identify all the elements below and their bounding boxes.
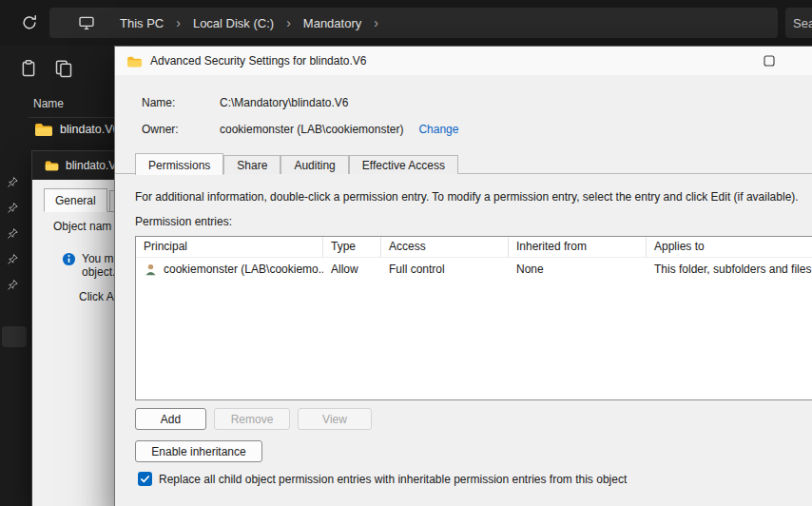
sidebar-selected-item[interactable] bbox=[2, 326, 27, 347]
chevron-right-icon[interactable]: › bbox=[286, 15, 291, 30]
breadcrumb-item-mandatory[interactable]: Mandatory bbox=[303, 16, 361, 30]
copy-icon[interactable] bbox=[54, 59, 73, 78]
permission-entries-label: Permission entries: bbox=[135, 215, 232, 228]
column-header-principal[interactable]: Principal bbox=[136, 237, 323, 257]
dialog-tabs: Permissions Share Auditing Effective Acc… bbox=[135, 153, 458, 174]
chevron-right-icon[interactable]: › bbox=[374, 15, 378, 30]
refresh-icon[interactable] bbox=[21, 14, 38, 31]
pin-icon bbox=[7, 278, 19, 290]
tab-effective-access[interactable]: Effective Access bbox=[349, 155, 458, 174]
owner-label: Owner: bbox=[142, 123, 179, 136]
dialog-titlebar[interactable]: Advanced Security Settings for blindato.… bbox=[115, 47, 812, 75]
folder-icon bbox=[34, 122, 53, 137]
search-text: Sea bbox=[793, 16, 812, 30]
search-box[interactable]: Sea bbox=[785, 8, 812, 38]
replace-permissions-checkbox[interactable] bbox=[138, 472, 152, 486]
properties-dialog-title: blindato.V bbox=[66, 159, 116, 172]
tab-general[interactable]: General bbox=[44, 188, 107, 212]
file-item-label: blindato.V6 bbox=[60, 123, 120, 136]
tab-permissions[interactable]: Permissions bbox=[135, 153, 223, 175]
table-header-row: Principal Type Access Inherited from App… bbox=[136, 237, 812, 258]
folder-icon bbox=[45, 160, 59, 171]
chevron-right-icon[interactable]: › bbox=[176, 15, 181, 30]
file-item-blindato[interactable]: blindato.V6 bbox=[34, 122, 120, 137]
this-pc-icon bbox=[78, 14, 95, 31]
column-divider bbox=[29, 117, 116, 118]
column-header-inherited-from[interactable]: Inherited from bbox=[509, 237, 647, 257]
entry-principal: cookiemonster (LAB\cookiemo... bbox=[164, 263, 323, 276]
column-header-access[interactable]: Access bbox=[381, 237, 509, 257]
dialog-title: Advanced Security Settings for blindato.… bbox=[150, 54, 366, 68]
address-bar[interactable]: This PC › Local Disk (C:) › Mandatory › bbox=[49, 8, 778, 38]
name-label: Name: bbox=[142, 96, 175, 109]
pin-icon bbox=[7, 252, 19, 264]
entry-type: Allow bbox=[323, 263, 381, 276]
add-button[interactable]: Add bbox=[135, 408, 206, 430]
pin-icon bbox=[7, 175, 19, 187]
object-name-label: Object nam bbox=[53, 220, 111, 233]
breadcrumb-item-this-pc[interactable]: This PC bbox=[120, 16, 164, 30]
column-header-applies-to[interactable]: Applies to bbox=[647, 237, 812, 257]
owner-value: cookiemonster (LAB\cookiemonster) bbox=[220, 123, 403, 136]
maximize-button[interactable] bbox=[759, 50, 780, 71]
clipboard-icon[interactable] bbox=[19, 59, 38, 78]
view-button[interactable]: View bbox=[298, 408, 372, 430]
tab-share[interactable]: Share bbox=[223, 155, 280, 174]
pin-icon bbox=[7, 226, 19, 239]
explorer-topbar: This PC › Local Disk (C:) › Mandatory › … bbox=[0, 0, 812, 46]
permission-entry-row[interactable]: cookiemonster (LAB\cookiemo... Allow Ful… bbox=[136, 258, 812, 281]
permission-entries-table: Principal Type Access Inherited from App… bbox=[135, 236, 812, 400]
tab-auditing[interactable]: Auditing bbox=[280, 155, 348, 174]
desktop: This PC › Local Disk (C:) › Mandatory › … bbox=[0, 0, 812, 506]
breadcrumb-item-local-disk[interactable]: Local Disk (C:) bbox=[193, 16, 274, 30]
info-icon bbox=[62, 252, 76, 266]
entry-applies-to: This folder, subfolders and files bbox=[647, 263, 812, 276]
info-text-line2: object. bbox=[82, 265, 115, 279]
change-owner-link[interactable]: Change bbox=[418, 123, 458, 136]
remove-button[interactable]: Remove bbox=[214, 408, 290, 430]
name-column-header[interactable]: Name bbox=[33, 97, 64, 110]
folder-icon bbox=[126, 55, 143, 68]
entry-inherited-from: None bbox=[509, 263, 647, 276]
enable-inheritance-button[interactable]: Enable inheritance bbox=[135, 440, 262, 462]
replace-permissions-row: Replace all child object permission entr… bbox=[138, 472, 627, 486]
name-value: C:\Mandatory\blindato.V6 bbox=[220, 96, 348, 109]
replace-permissions-label: Replace all child object permission entr… bbox=[159, 473, 627, 486]
user-icon bbox=[144, 263, 158, 277]
column-header-type[interactable]: Type bbox=[323, 237, 381, 257]
instruction-text: For additional information, double-click… bbox=[135, 190, 799, 204]
advanced-security-dialog: Advanced Security Settings for blindato.… bbox=[114, 46, 812, 506]
entry-access: Full control bbox=[381, 263, 509, 276]
pin-icon bbox=[7, 201, 19, 213]
